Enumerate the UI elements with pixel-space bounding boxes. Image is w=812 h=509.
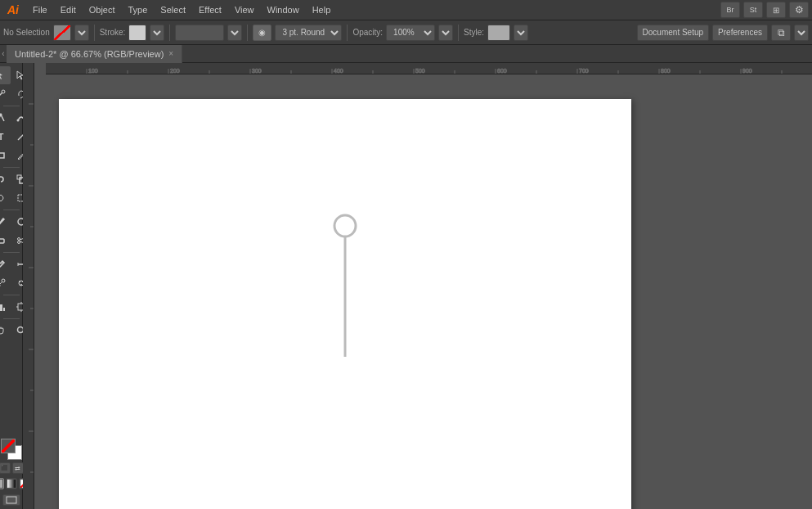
preferences-button[interactable]: Preferences: [712, 25, 768, 41]
svg-line-24: [0, 282, 2, 284]
canvas-scroll-area[interactable]: [34, 74, 812, 509]
menu-items: File Edit Object Type Select Effect View…: [26, 0, 337, 20]
menu-effect[interactable]: Effect: [192, 0, 228, 20]
opacity-label: Opacity:: [352, 28, 383, 37]
svg-text:700: 700: [579, 68, 589, 74]
svg-rect-40: [7, 480, 16, 488]
width-tool[interactable]: [0, 189, 11, 207]
menu-select[interactable]: Select: [154, 0, 192, 20]
rectangle-tool[interactable]: [0, 146, 11, 164]
svg-rect-43: [7, 497, 16, 503]
arrange-icon[interactable]: ⧉: [771, 25, 791, 41]
svg-text:400: 400: [334, 68, 343, 74]
panel-collapse-btn[interactable]: ‹: [0, 45, 7, 63]
opacity-select[interactable]: 100%: [386, 25, 435, 41]
selection-tool[interactable]: [0, 66, 11, 84]
eyedropper-tool[interactable]: [0, 255, 11, 273]
rotate-tool[interactable]: [0, 170, 11, 188]
svg-rect-72: [23, 63, 34, 509]
magic-wand-tool[interactable]: [0, 85, 11, 103]
fill-label: No Selection: [3, 28, 50, 37]
eraser-tool[interactable]: [0, 232, 11, 250]
tool-panel: T: [0, 63, 23, 509]
svg-point-5: [17, 119, 20, 122]
svg-text:500: 500: [415, 68, 425, 74]
fill-swatch[interactable]: [1, 439, 16, 453]
screen-mode-btn[interactable]: [2, 494, 20, 506]
svg-text:600: 600: [497, 68, 507, 74]
tab-bar: ‹ Untitled-2* @ 66.67% (RGB/Preview) ×: [0, 45, 812, 63]
paintbrush-tool[interactable]: [0, 213, 11, 231]
stroke-color-swatch[interactable]: [128, 25, 146, 41]
arrange-dropdown[interactable]: [794, 25, 809, 41]
opacity-dropdown[interactable]: [438, 25, 453, 41]
svg-point-26: [19, 281, 20, 282]
svg-text:100: 100: [88, 68, 98, 74]
menu-window[interactable]: Window: [261, 0, 306, 20]
column-graph-tool[interactable]: [0, 298, 11, 316]
style-dropdown[interactable]: [514, 25, 528, 41]
menu-bar: Ai File Edit Object Type Select Effect V…: [0, 0, 812, 20]
svg-marker-0: [0, 71, 2, 79]
gradient-fill-btn[interactable]: [6, 478, 17, 489]
svg-point-23: [2, 279, 5, 282]
app-right-icons: Br St ⊞ ⚙: [720, 2, 812, 18]
tab-close-button[interactable]: ×: [168, 49, 173, 58]
fill-diagonal: [2, 439, 15, 453]
svg-rect-13: [0, 239, 4, 243]
separator-2: [169, 25, 170, 41]
svg-rect-7: [0, 153, 4, 158]
separator-3: [3, 209, 20, 210]
svg-text:300: 300: [252, 68, 262, 74]
menu-edit[interactable]: Edit: [54, 0, 83, 20]
layout-icon[interactable]: ⊞: [766, 2, 786, 18]
style-swatch[interactable]: [487, 25, 510, 41]
svg-rect-39: [0, 480, 2, 488]
right-buttons: Document Setup Preferences ⧉: [637, 25, 809, 41]
style-label: Style:: [464, 28, 484, 37]
svg-text:800: 800: [661, 68, 671, 74]
bridge-icon[interactable]: Br: [720, 2, 740, 18]
blend-tool[interactable]: [0, 274, 11, 292]
canvas-area: 100 200 300 400 500 600 700 800: [23, 63, 812, 509]
fill-red-diagonal: [54, 25, 70, 40]
separator-1: [3, 106, 20, 106]
stroke-dropdown[interactable]: ▾: [150, 25, 164, 41]
artboard[interactable]: [59, 99, 631, 509]
ruler-horizontal: 100 200 300 400 500 600 700 800: [46, 63, 812, 74]
menu-object[interactable]: Object: [83, 0, 122, 20]
color-fill-btn[interactable]: [0, 478, 4, 489]
separator-3: [247, 25, 248, 41]
menu-help[interactable]: Help: [306, 0, 338, 20]
stroke-width-dropdown[interactable]: [227, 25, 242, 41]
menu-file[interactable]: File: [26, 0, 54, 20]
swap-colors-btn[interactable]: ⇄: [12, 462, 24, 474]
stroke-width-input[interactable]: [175, 25, 224, 41]
fill-dropdown[interactable]: ▾: [74, 25, 89, 41]
svg-rect-44: [46, 63, 812, 74]
brush-type-select[interactable]: 3 pt. Round: [275, 25, 342, 41]
menu-view[interactable]: View: [228, 0, 261, 20]
type-tool[interactable]: T: [0, 128, 11, 146]
svg-text:200: 200: [170, 68, 180, 74]
separator-1: [94, 25, 95, 41]
canvas-container: [34, 74, 738, 509]
ruler-vertical: [23, 63, 34, 509]
sync-icon[interactable]: ⚙: [789, 2, 809, 18]
svg-rect-30: [0, 304, 2, 311]
brush-size-indicator: ◉: [253, 25, 271, 41]
hand-tool[interactable]: [0, 322, 11, 340]
main-area: T: [0, 63, 812, 509]
app-logo: Ai: [0, 0, 26, 20]
menu-type[interactable]: Type: [122, 0, 155, 20]
pen-tool[interactable]: [0, 109, 11, 127]
pin-drawing: [329, 214, 361, 361]
color-mode-icons: ⬛ ⇄: [0, 462, 24, 474]
separator-5: [3, 295, 20, 295]
document-setup-button[interactable]: Document Setup: [637, 25, 710, 41]
document-tab[interactable]: Untitled-2* @ 66.67% (RGB/Preview) ×: [7, 45, 182, 63]
fill-color-swatch[interactable]: [53, 25, 71, 41]
default-colors-btn[interactable]: ⬛: [0, 462, 11, 474]
stock-icon[interactable]: St: [743, 2, 763, 18]
stroke-label: Stroke:: [100, 28, 126, 37]
